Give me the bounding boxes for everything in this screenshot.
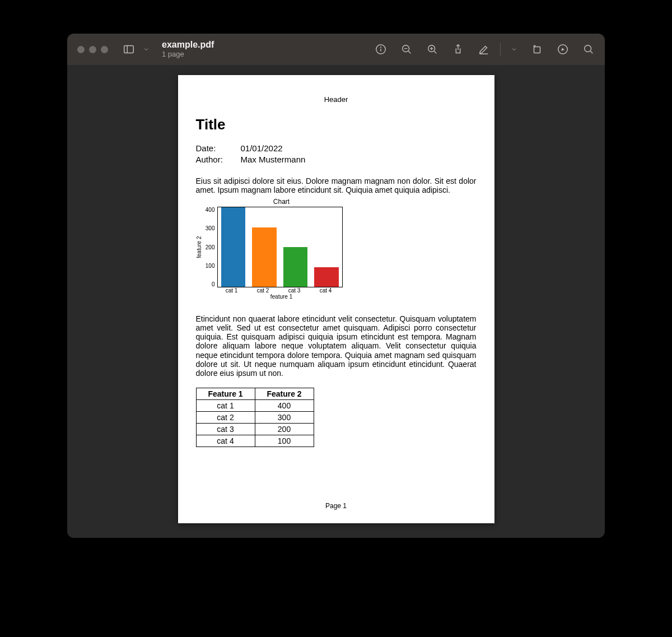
xtick: cat 2 <box>248 287 279 294</box>
table-row: cat 2300 <box>196 411 314 423</box>
xtick: cat 3 <box>279 287 310 294</box>
bar <box>252 227 277 287</box>
chart-ylabel: feature 2 <box>196 207 203 287</box>
document-title-area: example.pdf 1 page <box>162 40 367 58</box>
chart-xticks: cat 1cat 2cat 3cat 4 <box>216 287 342 294</box>
zoom-window[interactable] <box>101 46 108 53</box>
table-cell: 400 <box>255 399 314 411</box>
chart-xlabel: feature 1 <box>216 294 347 300</box>
ytick: 0 <box>203 281 215 287</box>
svg-point-16 <box>585 45 591 52</box>
page-footer: Page 1 <box>178 502 494 510</box>
table-cell: cat 1 <box>196 399 255 411</box>
ytick: 300 <box>203 225 215 231</box>
zoom-in-icon[interactable] <box>426 43 438 55</box>
titlebar: example.pdf 1 page <box>67 34 605 65</box>
markup-pen-icon[interactable] <box>557 43 569 55</box>
table-cell: cat 2 <box>196 411 255 423</box>
svg-rect-0 <box>124 46 134 53</box>
chart-yticks: 4003002001000 <box>203 207 217 287</box>
table-row: cat 1400 <box>196 399 314 411</box>
table-cell: 300 <box>255 411 314 423</box>
ytick: 100 <box>203 263 215 269</box>
window-controls <box>77 46 108 53</box>
svg-line-17 <box>590 51 592 53</box>
author-value: Max Mustermann <box>241 155 306 164</box>
data-table: Feature 1Feature 2 cat 1400cat 2300cat 3… <box>196 388 314 447</box>
bar <box>221 207 246 287</box>
table-header: Feature 2 <box>255 388 314 399</box>
bar <box>314 267 339 287</box>
table-cell: cat 4 <box>196 435 255 447</box>
document-viewer[interactable]: Header Title Date: 01/01/2022 Author: Ma… <box>67 65 605 538</box>
meta-author-row: Author: Max Mustermann <box>196 155 477 164</box>
svg-line-9 <box>434 51 436 53</box>
pdf-page: Header Title Date: 01/01/2022 Author: Ma… <box>178 75 494 523</box>
page-header: Header <box>196 95 477 104</box>
minimize-window[interactable] <box>89 46 96 53</box>
table-header: Feature 1 <box>196 388 255 399</box>
table-cell: cat 3 <box>196 423 255 435</box>
svg-rect-14 <box>534 47 540 53</box>
rotate-icon[interactable] <box>531 43 543 55</box>
table-cell: 200 <box>255 423 314 435</box>
chart: Chart feature 2 4003002001000 cat 1cat 2… <box>196 198 347 300</box>
document-page-count: 1 page <box>162 50 367 59</box>
table-row: cat 4100 <box>196 435 314 447</box>
meta-date-row: Date: 01/01/2022 <box>196 143 477 153</box>
date-value: 01/01/2022 <box>241 143 283 153</box>
sidebar-dropdown-chevron-icon[interactable] <box>143 43 150 55</box>
svg-point-4 <box>381 47 381 48</box>
document-title: Title <box>196 116 477 133</box>
close-window[interactable] <box>77 46 85 53</box>
author-label: Author: <box>196 155 241 164</box>
app-window: example.pdf 1 page Header Title Date: 01… <box>67 34 605 538</box>
svg-line-6 <box>408 51 410 53</box>
xtick: cat 4 <box>310 287 342 294</box>
toolbar <box>375 43 595 55</box>
highlight-icon[interactable] <box>478 43 490 55</box>
table-row: cat 3200 <box>196 423 314 435</box>
paragraph-1: Eius sit adipisci dolore sit eius. Dolor… <box>196 176 477 194</box>
paragraph-2: Etincidunt non quaerat labore etincidunt… <box>196 314 477 378</box>
date-label: Date: <box>196 143 241 153</box>
table-cell: 100 <box>255 435 314 447</box>
zoom-out-icon[interactable] <box>400 43 413 55</box>
share-icon[interactable] <box>452 43 464 55</box>
bar <box>283 247 308 287</box>
document-filename: example.pdf <box>162 40 367 50</box>
toolbar-separator <box>500 43 501 55</box>
search-icon[interactable] <box>582 43 595 55</box>
ytick: 400 <box>203 207 215 213</box>
chart-title: Chart <box>196 198 347 206</box>
info-icon[interactable] <box>375 43 387 55</box>
chart-plot-area <box>217 207 343 287</box>
ytick: 200 <box>203 244 215 250</box>
sidebar-toggle[interactable] <box>123 43 135 55</box>
markup-dropdown-chevron-icon[interactable] <box>511 43 517 55</box>
xtick: cat 1 <box>216 287 248 294</box>
